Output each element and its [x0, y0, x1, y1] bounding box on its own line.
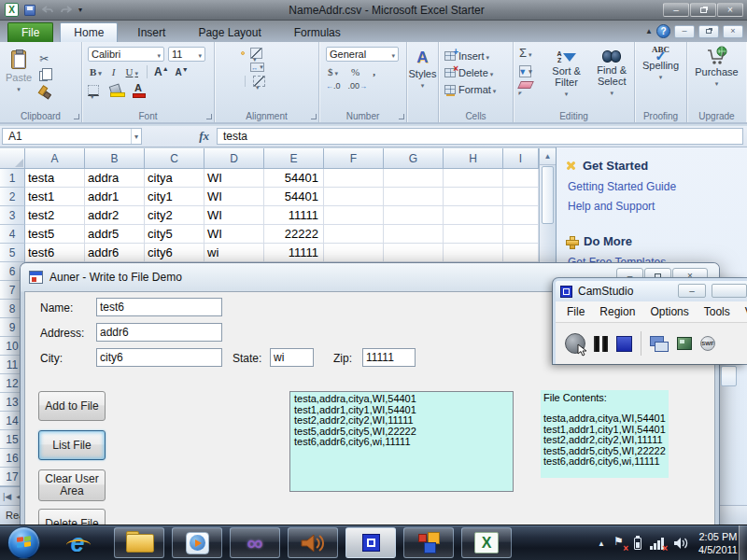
workbook-minimize-button[interactable]: – [674, 25, 695, 38]
paste-button[interactable]: Paste [6, 47, 32, 114]
stop-button[interactable] [616, 336, 632, 352]
workbook-close-button[interactable]: × [723, 25, 743, 38]
bold-button[interactable]: B [88, 66, 104, 77]
camstudio-menu-region[interactable]: Region [599, 305, 635, 318]
cell-B5[interactable]: addr6 [85, 244, 145, 262]
cell-A4[interactable]: test5 [25, 225, 85, 244]
list-file-button[interactable]: List File [38, 430, 106, 460]
volume-icon[interactable] [673, 537, 688, 550]
cell-I1[interactable] [503, 169, 539, 188]
align-middle-icon[interactable] [232, 51, 235, 55]
align-bottom-icon[interactable] [241, 51, 245, 55]
cell-F4[interactable] [324, 225, 384, 244]
network-icon[interactable] [650, 538, 665, 550]
excel-app-icon[interactable] [5, 3, 19, 17]
tab-file[interactable]: File [7, 22, 53, 42]
taskbar-media-player[interactable] [172, 527, 222, 558]
taskbar-camstudio[interactable] [345, 527, 396, 558]
cell-C3[interactable]: city2 [145, 206, 204, 225]
align-left-icon[interactable] [222, 65, 226, 69]
cell-B1[interactable]: addra [85, 169, 145, 188]
clear-icon[interactable] [517, 81, 534, 89]
cell-D2[interactable]: WI [204, 188, 264, 206]
column-header-A[interactable]: A [25, 148, 85, 169]
cell-H1[interactable] [444, 169, 503, 188]
cell-H4[interactable] [444, 225, 503, 244]
show-hidden-icons-icon[interactable]: ▲ [598, 539, 605, 548]
cell-C2[interactable]: city1 [145, 188, 204, 206]
maximize-button[interactable] [690, 3, 716, 17]
decrease-decimal-icon[interactable]: .00→ [348, 82, 368, 91]
cell-A1[interactable]: testa [25, 169, 85, 188]
taskbar-visual-studio[interactable]: ∞ [230, 527, 280, 558]
link-getting-started-guide[interactable]: Getting Started Guide [568, 180, 676, 193]
clipboard-dialog-launcher[interactable] [74, 114, 79, 119]
taskbar-volume-mixer[interactable] [288, 527, 338, 558]
camstudio-menu-file[interactable]: File [567, 305, 585, 318]
cell-E2[interactable]: 54401 [264, 188, 324, 206]
cell-G4[interactable] [384, 225, 444, 244]
start-button[interactable] [7, 526, 40, 559]
tab-insert[interactable]: Insert [124, 22, 178, 42]
cell-H2[interactable] [444, 188, 503, 206]
pane-scrollbar-thumb[interactable] [721, 366, 737, 386]
camstudio-minimize-button[interactable]: – [678, 284, 706, 298]
cell-G5[interactable] [384, 244, 444, 262]
increase-indent-icon[interactable] [233, 79, 237, 83]
cell-C5[interactable]: city6 [145, 244, 204, 262]
tab-home[interactable]: Home [60, 22, 118, 42]
cell-I3[interactable] [503, 206, 539, 225]
cell-A5[interactable]: test6 [25, 244, 85, 262]
find-select-button[interactable]: Find & Select [589, 47, 634, 114]
fill-color-icon[interactable] [108, 85, 121, 97]
add-to-file-button[interactable]: Add to File [38, 391, 106, 421]
scrollbar-thumb[interactable] [542, 166, 554, 224]
italic-button[interactable]: I [110, 66, 118, 77]
cell-D5[interactable]: wi [204, 244, 264, 262]
cell-A2[interactable]: test1 [25, 188, 85, 206]
column-header-D[interactable]: D [204, 148, 264, 169]
insert-function-icon[interactable]: fx [199, 129, 209, 144]
cell-D1[interactable]: WI [204, 169, 264, 188]
row-header-2[interactable]: 2 [0, 188, 25, 206]
cell-E5[interactable]: 11111 [264, 244, 324, 262]
cell-G2[interactable] [384, 188, 444, 206]
workbook-restore-button[interactable] [698, 25, 719, 38]
cell-D4[interactable]: WI [204, 225, 264, 244]
row-header-1[interactable]: 1 [0, 169, 25, 188]
column-header-H[interactable]: H [444, 148, 503, 169]
cell-D3[interactable]: WI [204, 206, 264, 225]
cell-I2[interactable] [503, 188, 539, 206]
address-input[interactable] [96, 323, 222, 342]
camstudio-menu-options[interactable]: Options [650, 305, 688, 318]
name-box-dropdown-icon[interactable]: ▾ [131, 129, 141, 144]
row-header-5[interactable]: 5 [0, 244, 25, 262]
minimize-button[interactable]: – [663, 3, 689, 17]
sort-filter-button[interactable]: AZ Sort & Filter [543, 47, 590, 114]
help-icon[interactable]: ? [656, 24, 670, 38]
scroll-up-icon[interactable]: ▲ [540, 148, 556, 165]
cell-G3[interactable] [384, 206, 444, 225]
name-input[interactable] [96, 298, 222, 316]
spelling-button[interactable]: ABC✓ Spelling [635, 42, 686, 109]
underline-button[interactable]: U [124, 66, 140, 77]
align-top-icon[interactable] [222, 51, 226, 55]
cell-F2[interactable] [324, 188, 384, 206]
camstudio-maximize-button[interactable] [712, 284, 747, 298]
swf-producer-icon[interactable]: SWF [700, 336, 715, 351]
taskbar-excel[interactable] [461, 527, 512, 558]
screen-annotation-icon[interactable] [650, 336, 669, 351]
shrink-font-icon[interactable]: A▼ [176, 66, 189, 77]
number-dialog-launcher[interactable] [399, 114, 404, 119]
cell-B2[interactable]: addr1 [85, 188, 145, 206]
clear-user-area-button[interactable]: Clear User Area [38, 469, 106, 501]
copy-icon[interactable] [39, 71, 48, 81]
taskbar-forms-app[interactable] [403, 527, 454, 558]
column-header-G[interactable]: G [384, 148, 444, 169]
cell-B4[interactable]: addr5 [85, 225, 145, 244]
action-center-icon[interactable] [613, 538, 626, 550]
tab-page-layout[interactable]: Page Layout [185, 22, 274, 42]
record-button[interactable] [565, 333, 585, 354]
listbox-line-5[interactable]: test6,addr6,city6,wi,11111 [294, 437, 513, 448]
cell-C1[interactable]: citya [145, 169, 204, 188]
